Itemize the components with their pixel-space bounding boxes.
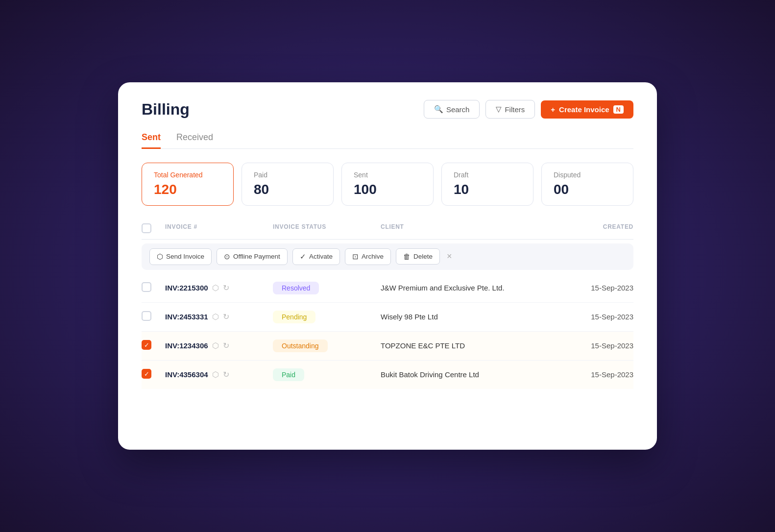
archive-label: Archive	[362, 253, 384, 260]
invoice-id: INV:1234306	[165, 341, 208, 350]
stat-label-paid: Paid	[254, 171, 321, 179]
status-cell: Paid	[273, 368, 381, 381]
invoice-refresh-icon[interactable]: ↻	[223, 370, 229, 379]
invoice-refresh-icon[interactable]: ↻	[223, 283, 229, 292]
invoice-id-cell: INV:2453331 ⬡ ↻	[165, 312, 273, 321]
checkbox-cell	[142, 311, 165, 323]
stats-row: Total Generated 120 Paid 80 Sent 100 Dra…	[142, 163, 633, 206]
plus-icon: +	[551, 105, 555, 114]
client-name: TOPZONE E&C PTE LTD	[381, 341, 555, 350]
row-checkbox-2[interactable]	[142, 340, 151, 350]
stat-value-sent: 100	[354, 182, 421, 197]
send-invoice-label: Send Invoice	[166, 253, 204, 260]
col-invoice-num: INVOICE #	[165, 223, 273, 235]
send-invoice-button[interactable]: ⬡ Send Invoice	[149, 248, 212, 265]
select-all-checkbox[interactable]	[142, 223, 151, 233]
action-bar: ⬡ Send Invoice ⊙ Offline Payment ✓ Activ…	[142, 243, 633, 270]
filters-button[interactable]: ▽ Filters	[485, 100, 535, 119]
stat-sent[interactable]: Sent 100	[341, 163, 434, 206]
row-checkbox-3[interactable]	[142, 369, 151, 379]
tab-received[interactable]: Received	[176, 132, 213, 149]
invoice-id-cell: INV:2215300 ⬡ ↻	[165, 283, 273, 292]
send-invoice-icon: ⬡	[157, 252, 163, 261]
status-badge: Paid	[273, 368, 304, 381]
new-badge: N	[613, 105, 624, 114]
stat-paid[interactable]: Paid 80	[242, 163, 334, 206]
page-header: Billing 🔍 Search ▽ Filters + Create Invo…	[142, 100, 633, 119]
checkbox-cell	[142, 282, 165, 294]
checkbox-cell	[142, 340, 165, 352]
stat-draft[interactable]: Draft 10	[441, 163, 533, 206]
activate-label: Activate	[309, 253, 333, 260]
invoice-id-cell: INV:1234306 ⬡ ↻	[165, 341, 273, 350]
checkbox-cell	[142, 369, 165, 381]
client-name: Bukit Batok Driving Centre Ltd	[381, 370, 555, 379]
created-date: 15-Sep-2023	[555, 284, 633, 292]
status-badge: Pending	[273, 311, 315, 323]
delete-button[interactable]: 🗑 Delete	[396, 248, 440, 265]
invoice-action-icon-1[interactable]: ⬡	[212, 283, 219, 292]
stat-total-generated[interactable]: Total Generated 120	[142, 163, 234, 206]
table-row: INV:4356304 ⬡ ↻ Paid Bukit Batok Driving…	[142, 361, 633, 389]
table-row: INV:2453331 ⬡ ↻ Pending Wisely 98 Pte Lt…	[142, 303, 633, 332]
invoice-action-icon-1[interactable]: ⬡	[212, 341, 219, 350]
offline-payment-button[interactable]: ⊙ Offline Payment	[217, 248, 288, 265]
invoice-id: INV:2215300	[165, 284, 208, 292]
header-actions: 🔍 Search ▽ Filters + Create Invoice N	[424, 100, 633, 119]
row-checkbox-0[interactable]	[142, 282, 151, 292]
stat-value-draft: 10	[454, 182, 521, 197]
activate-icon: ✓	[300, 252, 306, 261]
archive-button[interactable]: ⊡ Archive	[345, 248, 391, 265]
filters-label: Filters	[505, 105, 525, 114]
stat-label-total: Total Generated	[154, 171, 221, 179]
search-button[interactable]: 🔍 Search	[424, 100, 480, 119]
delete-icon: 🗑	[403, 252, 411, 261]
client-name: Wisely 98 Pte Ltd	[381, 313, 555, 321]
stat-label-sent: Sent	[354, 171, 421, 179]
search-label: Search	[446, 105, 470, 114]
stat-label-disputed: Disputed	[554, 171, 621, 179]
table-body: INV:2215300 ⬡ ↻ Resolved J&W Premium and…	[142, 274, 633, 389]
offline-payment-icon: ⊙	[224, 252, 230, 261]
stat-value-total: 120	[154, 182, 221, 197]
stat-label-draft: Draft	[454, 171, 521, 179]
invoice-id: INV:2453331	[165, 313, 208, 321]
archive-icon: ⊡	[352, 252, 359, 261]
status-cell: Resolved	[273, 282, 381, 294]
col-invoice-status: INVOICE STATUS	[273, 223, 381, 235]
offline-payment-label: Offline Payment	[233, 253, 280, 260]
stat-disputed[interactable]: Disputed 00	[541, 163, 633, 206]
action-bar-close-button[interactable]: ×	[447, 251, 452, 262]
invoice-refresh-icon[interactable]: ↻	[223, 341, 229, 350]
col-created: CREATED	[555, 223, 633, 235]
invoice-refresh-icon[interactable]: ↻	[223, 312, 229, 321]
table-row: INV:2215300 ⬡ ↻ Resolved J&W Premium and…	[142, 274, 633, 303]
search-icon: 🔍	[434, 105, 443, 114]
status-badge: Outstanding	[273, 339, 328, 352]
create-invoice-button[interactable]: + Create Invoice N	[541, 100, 633, 119]
billing-card: Billing 🔍 Search ▽ Filters + Create Invo…	[118, 82, 657, 450]
invoice-id-cell: INV:4356304 ⬡ ↻	[165, 370, 273, 379]
invoice-id: INV:4356304	[165, 370, 208, 379]
page-title: Billing	[142, 100, 190, 119]
activate-button[interactable]: ✓ Activate	[292, 248, 340, 265]
invoice-action-icon-1[interactable]: ⬡	[212, 370, 219, 379]
tab-bar: Sent Received	[142, 132, 633, 149]
status-cell: Outstanding	[273, 339, 381, 352]
header-checkbox-cell	[142, 223, 165, 235]
tab-sent[interactable]: Sent	[142, 132, 161, 149]
created-date: 15-Sep-2023	[555, 313, 633, 321]
stat-value-paid: 80	[254, 182, 321, 197]
row-checkbox-1[interactable]	[142, 311, 151, 321]
client-name: J&W Premium and Exclusive Pte. Ltd.	[381, 284, 555, 292]
invoice-action-icon-1[interactable]: ⬡	[212, 312, 219, 321]
delete-label: Delete	[413, 253, 433, 260]
stat-value-disputed: 00	[554, 182, 621, 197]
created-date: 15-Sep-2023	[555, 370, 633, 379]
table-header: INVOICE # INVOICE STATUS CLIENT CREATED	[142, 219, 633, 240]
table-row: INV:1234306 ⬡ ↻ Outstanding TOPZONE E&C …	[142, 332, 633, 361]
status-badge: Resolved	[273, 282, 319, 294]
filter-icon: ▽	[496, 105, 502, 114]
status-cell: Pending	[273, 311, 381, 323]
create-invoice-label: Create Invoice	[559, 105, 609, 114]
